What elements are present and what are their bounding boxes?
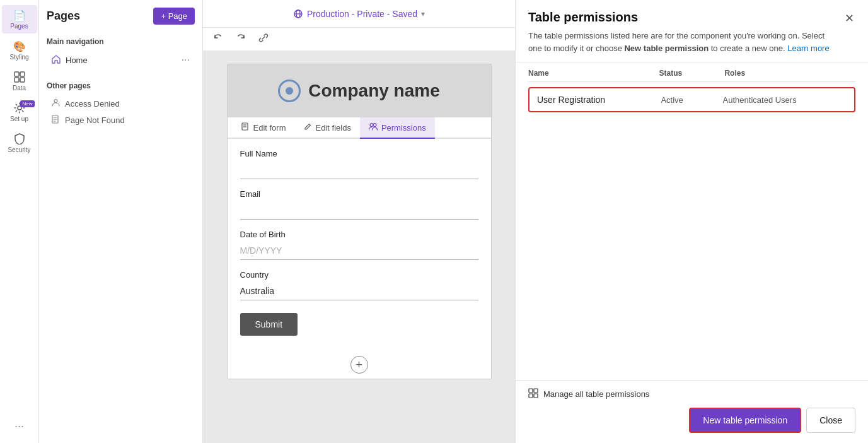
svg-rect-19	[534, 389, 538, 393]
svg-rect-2	[14, 78, 19, 82]
other-item-access-denied[interactable]: Access Denied	[47, 95, 195, 112]
pages-header: Pages + Page	[47, 8, 195, 25]
access-denied-icon	[52, 98, 60, 109]
more-options[interactable]: ···	[9, 415, 29, 438]
edit-fields-tab-icon	[304, 122, 312, 133]
sidebar-item-security[interactable]: Security	[2, 129, 37, 157]
new-table-permission-button[interactable]: New table permission	[689, 408, 801, 433]
canvas: Company name Edit form Edit fields	[203, 51, 515, 443]
table-header-row: Name Status Roles	[528, 62, 855, 82]
full-name-field: Full Name	[240, 149, 478, 179]
security-icon	[13, 133, 26, 145]
home-icon	[52, 55, 61, 66]
icon-sidebar: 📄 Pages 🎨 Styling Data Set up New Securi…	[0, 0, 39, 443]
form-content: Full Name Email Date of Birth Country Su…	[228, 139, 491, 346]
col-header-status: Status	[659, 69, 725, 78]
svg-rect-18	[529, 389, 533, 393]
svg-point-17	[373, 124, 376, 127]
setup-label: Set up	[10, 115, 28, 122]
data-label: Data	[13, 85, 26, 92]
permission-name: User Registration	[537, 95, 661, 105]
pages-panel: Pages + Page Main navigation Home ··· Ot…	[39, 0, 203, 443]
col-header-name: Name	[528, 69, 659, 78]
company-logo	[278, 80, 301, 102]
new-badge: New	[20, 100, 34, 107]
add-page-button[interactable]: + Page	[153, 8, 195, 25]
main-nav-section-title: Main navigation	[47, 37, 195, 46]
svg-rect-20	[529, 394, 533, 398]
panel-desc-bold: New table permission	[624, 44, 709, 53]
home-more-icon[interactable]: ···	[182, 54, 190, 66]
close-panel-button[interactable]: Close	[806, 408, 855, 433]
svg-point-16	[370, 124, 373, 127]
add-section-area: +	[228, 351, 491, 379]
tab-edit-fields[interactable]: Edit fields	[295, 117, 360, 139]
full-name-input[interactable]	[240, 161, 478, 179]
dob-input[interactable]	[240, 242, 478, 260]
access-denied-label: Access Denied	[65, 99, 120, 109]
country-input[interactable]	[240, 282, 478, 300]
redo-button[interactable]	[231, 30, 251, 48]
nav-home-label: Home	[66, 56, 88, 65]
panel-table-area: Name Status Roles User Registration Acti…	[516, 62, 868, 380]
page-canvas: Company name Edit form Edit fields	[227, 64, 492, 379]
other-item-not-found[interactable]: Page Not Found	[47, 112, 195, 129]
pages-title: Pages	[47, 9, 80, 23]
tab-permissions[interactable]: Permissions	[360, 117, 435, 139]
full-name-label: Full Name	[240, 149, 478, 158]
sidebar-item-data[interactable]: Data	[2, 67, 37, 95]
sidebar-item-pages[interactable]: 📄 Pages	[2, 5, 37, 33]
nav-item-home[interactable]: Home ···	[47, 51, 195, 69]
svg-rect-3	[20, 78, 25, 82]
form-tabs: Edit form Edit fields Permissions	[228, 117, 491, 139]
email-field: Email	[240, 189, 478, 220]
col-header-roles: Roles	[724, 69, 855, 78]
chevron-down-icon: ▾	[421, 9, 425, 18]
tab-edit-form-label: Edit form	[253, 123, 286, 133]
panel-header-content: Table permissions The table permissions …	[528, 10, 843, 54]
styling-icon: 🎨	[13, 40, 26, 52]
manage-table-icon	[528, 388, 538, 400]
sidebar-item-setup[interactable]: Set up New	[2, 98, 37, 126]
manage-permissions-link[interactable]: Manage all table permissions	[528, 388, 855, 400]
close-x-icon: ✕	[845, 12, 854, 25]
other-pages-title: Other pages	[47, 81, 195, 90]
learn-more-link[interactable]: Learn more	[787, 44, 829, 53]
data-icon	[13, 71, 26, 83]
undo-button[interactable]	[208, 30, 228, 48]
tab-permissions-label: Permissions	[381, 123, 426, 133]
environment-label: Production - Private - Saved	[307, 9, 417, 19]
panel-header: Table permissions The table permissions …	[516, 0, 868, 62]
submit-button[interactable]: Submit	[240, 313, 298, 336]
panel-description: The table permissions listed here are fo…	[528, 30, 831, 54]
email-label: Email	[240, 189, 478, 199]
company-header: Company name	[228, 64, 491, 117]
permissions-panel: Table permissions The table permissions …	[515, 0, 868, 443]
tab-edit-fields-label: Edit fields	[316, 123, 351, 133]
country-field: Country	[240, 270, 478, 300]
environment-selector[interactable]: Production - Private - Saved ▾	[293, 9, 425, 19]
permission-row-user-registration[interactable]: User Registration Active Authenticated U…	[528, 87, 855, 112]
company-name-text: Company name	[308, 81, 440, 101]
page-not-found-icon	[52, 115, 60, 126]
svg-rect-21	[534, 394, 538, 398]
pages-label: Pages	[10, 23, 28, 30]
canvas-toolbar	[203, 28, 515, 51]
sidebar-item-styling[interactable]: 🎨 Styling	[2, 36, 37, 64]
security-label: Security	[8, 146, 30, 153]
edit-form-tab-icon	[241, 122, 250, 133]
email-input[interactable]	[240, 201, 478, 220]
panel-action-row: New table permission Close	[528, 408, 855, 435]
svg-rect-1	[20, 72, 25, 76]
add-section-button[interactable]: +	[350, 356, 368, 374]
svg-rect-0	[14, 72, 19, 76]
svg-point-5	[54, 100, 57, 103]
permission-roles: Authenticated Users	[723, 95, 847, 105]
panel-title: Table permissions	[528, 10, 843, 25]
tab-edit-form[interactable]: Edit form	[233, 117, 295, 139]
panel-footer: Manage all table permissions New table p…	[516, 380, 868, 443]
panel-close-button[interactable]: ✕	[843, 10, 855, 27]
link-button[interactable]	[253, 30, 274, 48]
other-pages-section: Other pages Access Denied Page Not Found	[47, 79, 195, 129]
dob-label: Date of Birth	[240, 230, 478, 239]
